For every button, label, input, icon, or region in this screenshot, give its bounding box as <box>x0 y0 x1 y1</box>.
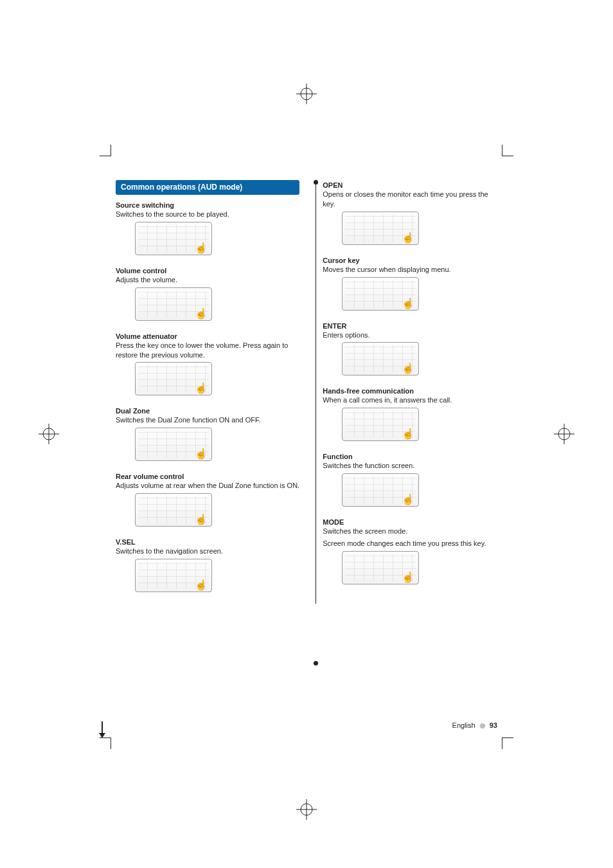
crop-mark-top-left <box>100 145 111 156</box>
remote-illustration: ☝ <box>342 408 419 441</box>
left-column: Common operations (AUD mode) Source swit… <box>116 180 299 604</box>
remote-illustration: ☝ <box>135 362 212 395</box>
remote-illustration: ☝ <box>135 222 212 255</box>
footer-language: English <box>452 721 475 729</box>
section-body: Switches to the navigation screen. <box>116 547 299 556</box>
hand-pointer-icon: ☝ <box>402 572 414 583</box>
section-title: Source switching <box>116 201 299 209</box>
fold-arrow-icon <box>98 721 106 738</box>
section-title: OPEN <box>323 181 498 189</box>
section-title: Function <box>323 453 498 460</box>
section-title: Rear volume control <box>116 473 299 480</box>
section-body: Moves the cursor when displaying menu. <box>323 265 498 275</box>
section-body: Switches the function screen. <box>323 461 498 471</box>
section-body: Switches the screen mode. <box>323 527 498 536</box>
page-footer: English 93 <box>452 721 497 729</box>
registration-mark-top <box>296 84 317 104</box>
right-column: OPEN Opens or closes the monitor each ti… <box>314 180 498 604</box>
section-volume-control: Volume control Adjusts the volume. ☝ <box>116 267 299 321</box>
page: Common operations (AUD mode) Source swit… <box>0 0 613 868</box>
hand-pointer-icon: ☝ <box>195 383 208 393</box>
registration-mark-right <box>554 424 574 444</box>
crop-mark-bottom-left <box>100 737 111 749</box>
section-mode: MODE Switches the screen mode. Screen mo… <box>323 518 498 584</box>
section-title: V.SEL <box>116 538 299 546</box>
hand-pointer-icon: ☝ <box>195 449 208 459</box>
section-dual-zone: Dual Zone Switches the Dual Zone functio… <box>116 407 299 461</box>
hand-pointer-icon: ☝ <box>402 494 414 505</box>
crop-mark-bottom-right <box>502 737 513 749</box>
hand-pointer-icon: ☝ <box>195 309 208 319</box>
section-body: Adjusts the volume. <box>116 275 299 285</box>
remote-illustration: ☝ <box>342 473 419 507</box>
remote-illustration: ☝ <box>342 342 419 375</box>
section-title: Dual Zone <box>116 407 299 415</box>
remote-illustration: ☝ <box>135 559 212 592</box>
section-title: Volume attenuator <box>116 332 299 340</box>
section-vsel: V.SEL Switches to the navigation screen.… <box>116 538 299 592</box>
section-title: Volume control <box>116 267 299 275</box>
section-body: When a call comes in, it answers the cal… <box>323 395 498 405</box>
mode-header: Common operations (AUD mode) <box>116 180 299 195</box>
timeline-dot-bottom <box>314 661 318 665</box>
hand-pointer-icon: ☝ <box>195 514 208 525</box>
section-body: Switches the Dual Zone function ON and O… <box>116 415 299 425</box>
hand-pointer-icon: ☝ <box>402 363 414 374</box>
remote-illustration: ☝ <box>135 428 212 461</box>
section-body: Enters options. <box>323 330 498 340</box>
content-columns: Common operations (AUD mode) Source swit… <box>116 180 498 604</box>
remote-illustration: ☝ <box>342 277 419 311</box>
section-open: OPEN Opens or closes the monitor each ti… <box>323 181 498 245</box>
section-body: Screen mode changes each time you press … <box>323 539 498 548</box>
section-body: Adjusts volume at rear when the Dual Zon… <box>116 481 299 491</box>
section-rear-volume: Rear volume control Adjusts volume at re… <box>116 473 299 527</box>
section-enter: ENTER Enters options. ☝ <box>323 322 498 376</box>
timeline-dot-top <box>314 180 318 185</box>
hand-pointer-icon: ☝ <box>402 233 414 243</box>
timeline-rule <box>315 183 316 604</box>
hand-pointer-icon: ☝ <box>402 298 414 309</box>
crop-mark-top-right <box>502 145 513 156</box>
footer-page-number: 93 <box>490 721 497 729</box>
hand-pointer-icon: ☝ <box>195 243 208 253</box>
section-title: Hands-free communication <box>323 387 498 395</box>
section-function: Function Switches the function screen. ☝ <box>323 453 498 507</box>
section-body: Opens or closes the monitor each time yo… <box>323 190 498 209</box>
remote-illustration: ☝ <box>342 212 419 245</box>
section-hands-free: Hands-free communication When a call com… <box>323 387 498 441</box>
hand-pointer-icon: ☝ <box>195 580 208 590</box>
footer-bullet-icon <box>480 723 485 728</box>
svg-marker-13 <box>99 733 105 738</box>
section-title: ENTER <box>323 322 498 330</box>
hand-pointer-icon: ☝ <box>402 429 414 439</box>
section-body: Press the key once to lower the volume. … <box>116 341 299 360</box>
registration-mark-left <box>39 424 59 444</box>
registration-mark-bottom <box>296 799 317 820</box>
section-title: MODE <box>323 518 498 526</box>
section-title: Cursor key <box>323 257 498 264</box>
remote-illustration: ☝ <box>135 493 212 527</box>
section-body: Switches to the source to be played. <box>116 210 299 219</box>
section-cursor-key: Cursor key Moves the cursor when display… <box>323 257 498 311</box>
section-volume-attenuator: Volume attenuator Press the key once to … <box>116 332 299 396</box>
remote-illustration: ☝ <box>342 551 419 584</box>
section-source-switching: Source switching Switches to the source … <box>116 201 299 255</box>
remote-illustration: ☝ <box>135 287 212 321</box>
